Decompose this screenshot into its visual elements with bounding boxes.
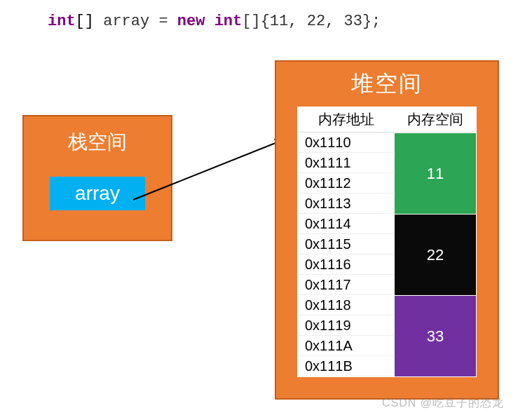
header-address: 内存地址 (298, 107, 394, 132)
header-space: 内存空间 (395, 107, 476, 132)
addr-cell: 0x1119 (298, 316, 394, 336)
heap-space-box: 堆空间 内存地址 内存空间 0x1110 11 0x1111 0x1112 0x… (275, 60, 499, 400)
value-cell-22: 22 (395, 215, 476, 295)
initializer: []{11, 22, 33}; (242, 13, 381, 30)
addr-cell: 0x1113 (298, 194, 394, 214)
stack-space-box: 栈空间 array (22, 115, 172, 241)
addr-cell: 0x1115 (298, 235, 394, 254)
stack-variable-array: array (50, 177, 145, 210)
keyword-int: int (48, 13, 76, 30)
addr-cell: 0x1112 (298, 174, 394, 193)
code-declaration: int[] array = new int[]{11, 22, 33}; (48, 13, 381, 30)
table-row: 0x1110 11 (298, 133, 476, 153)
table-row: 0x1118 33 (298, 296, 476, 315)
addr-cell: 0x1110 (298, 133, 394, 153)
addr-cell: 0x111A (298, 336, 394, 356)
table-header-row: 内存地址 内存空间 (298, 107, 476, 132)
addr-cell: 0x1116 (298, 255, 394, 275)
watermark: CSDN @吃豆子的恐龙 (382, 396, 504, 411)
table-row: 0x1114 22 (298, 215, 476, 234)
addr-cell: 0x1118 (298, 296, 394, 315)
heap-title: 堆空间 (276, 69, 498, 100)
brackets: [] (76, 13, 94, 30)
addr-cell: 0x1117 (298, 275, 394, 295)
var-name: array (94, 13, 158, 30)
addr-cell: 0x1114 (298, 215, 394, 234)
addr-cell: 0x1111 (298, 154, 394, 173)
addr-cell: 0x111B (298, 357, 394, 376)
stack-title: 栈空间 (24, 129, 171, 156)
memory-table: 内存地址 内存空间 0x1110 11 0x1111 0x1112 0x1113… (297, 107, 477, 377)
keyword-new: new int (177, 13, 242, 30)
value-cell-33: 33 (395, 296, 476, 376)
value-cell-11: 11 (395, 133, 476, 214)
equals: = (158, 13, 177, 30)
